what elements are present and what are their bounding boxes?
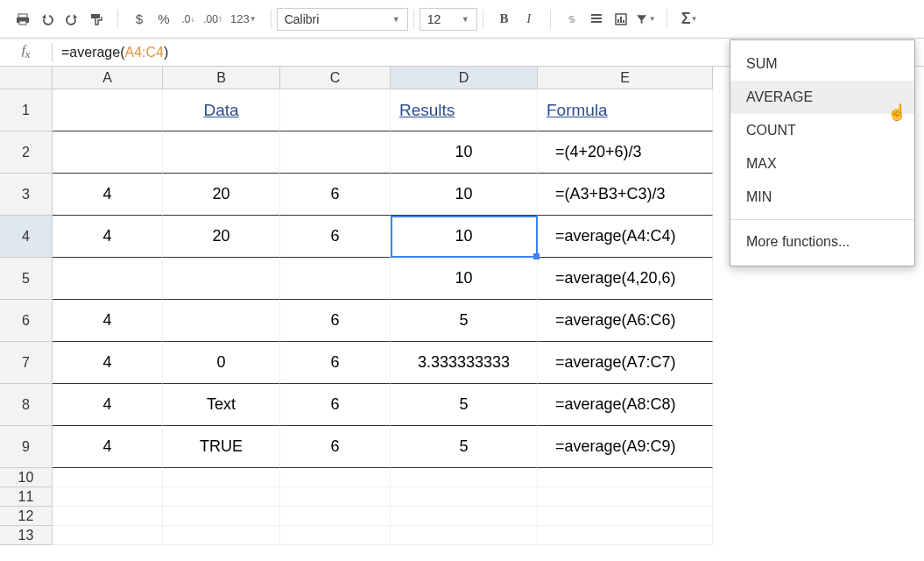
- cell-C6[interactable]: 6: [280, 300, 391, 342]
- paint-format-button[interactable]: [86, 9, 107, 30]
- cell-D12[interactable]: [391, 507, 538, 526]
- cell-A4[interactable]: 4: [53, 216, 163, 258]
- sigma-functions-button[interactable]: Σ ▼: [678, 9, 702, 30]
- cell-C9[interactable]: 6: [280, 426, 391, 468]
- italic-button[interactable]: I: [518, 9, 540, 30]
- column-header-E[interactable]: E: [538, 67, 713, 89]
- cell-A5[interactable]: [53, 258, 163, 300]
- cell-E7[interactable]: =average(A7:C7): [538, 342, 713, 384]
- cell-C4[interactable]: 6: [280, 216, 391, 258]
- cell-B4[interactable]: 20: [163, 216, 280, 258]
- font-size-selector[interactable]: 12 ▼: [420, 8, 477, 31]
- currency-button[interactable]: $: [129, 9, 150, 30]
- cell-C1[interactable]: [280, 89, 391, 131]
- cell-C12[interactable]: [280, 507, 391, 526]
- cell-C8[interactable]: 6: [280, 384, 391, 426]
- cell-B12[interactable]: [163, 507, 280, 526]
- row-header[interactable]: 9: [0, 426, 53, 468]
- percent-button[interactable]: %: [153, 9, 174, 30]
- cell-D13[interactable]: [391, 526, 538, 545]
- cell-C11[interactable]: [280, 487, 391, 507]
- cell-E9[interactable]: =average(A9:C9): [538, 426, 713, 468]
- cell-B1[interactable]: Data: [163, 89, 280, 131]
- cell-C2[interactable]: [280, 131, 391, 174]
- cell-B6[interactable]: [163, 300, 280, 342]
- cell-E11[interactable]: [538, 487, 713, 507]
- cell-E2[interactable]: =(4+20+6)/3: [538, 131, 713, 174]
- bold-button[interactable]: B: [494, 9, 515, 30]
- cell-D8[interactable]: 5: [391, 384, 538, 426]
- cell-C3[interactable]: 6: [280, 174, 391, 216]
- cell-D5[interactable]: 10: [391, 258, 538, 300]
- row-header[interactable]: 10: [0, 468, 53, 487]
- cell-D9[interactable]: 5: [391, 426, 538, 468]
- chart-button[interactable]: [610, 9, 631, 30]
- cell-E4[interactable]: =average(A4:C4): [538, 216, 713, 258]
- row-header[interactable]: 4: [0, 216, 53, 258]
- number-format-button[interactable]: 123 ▼: [227, 9, 260, 30]
- cell-A13[interactable]: [53, 526, 163, 545]
- cell-D11[interactable]: [391, 487, 538, 507]
- cell-B9[interactable]: TRUE: [163, 426, 280, 468]
- row-header[interactable]: 2: [0, 131, 53, 174]
- menu-item-min[interactable]: MIN: [730, 181, 914, 214]
- cell-A6[interactable]: 4: [53, 300, 163, 342]
- undo-button[interactable]: [37, 9, 58, 30]
- cell-A1[interactable]: [53, 89, 163, 131]
- increase-decimal-button[interactable]: .00↑: [202, 9, 223, 30]
- select-all-corner[interactable]: [0, 67, 53, 89]
- cell-E6[interactable]: =average(A6:C6): [538, 300, 713, 342]
- cell-C7[interactable]: 6: [280, 342, 391, 384]
- cell-E12[interactable]: [538, 507, 713, 526]
- cell-C5[interactable]: [280, 258, 391, 300]
- row-header[interactable]: 8: [0, 384, 53, 426]
- cell-A11[interactable]: [53, 487, 163, 507]
- cell-B5[interactable]: [163, 258, 280, 300]
- row-header[interactable]: 7: [0, 342, 53, 384]
- cell-B13[interactable]: [163, 526, 280, 545]
- cell-D7[interactable]: 3.333333333: [391, 342, 538, 384]
- column-header-D[interactable]: D: [391, 67, 538, 89]
- cell-A12[interactable]: [53, 507, 163, 526]
- column-header-B[interactable]: B: [163, 67, 280, 89]
- cell-A3[interactable]: 4: [53, 174, 163, 216]
- cell-E10[interactable]: [538, 468, 713, 487]
- cell-A9[interactable]: 4: [53, 426, 163, 468]
- menu-item-more-functions[interactable]: More functions...: [730, 225, 914, 259]
- link-button[interactable]: [561, 9, 582, 30]
- column-header-C[interactable]: C: [280, 67, 391, 89]
- cell-B8[interactable]: Text: [163, 384, 280, 426]
- cell-B3[interactable]: 20: [163, 174, 280, 216]
- filter-button[interactable]: ▼: [635, 9, 656, 30]
- row-header[interactable]: 11: [0, 487, 53, 507]
- row-header[interactable]: 1: [0, 89, 53, 131]
- column-header-A[interactable]: A: [53, 67, 163, 89]
- cell-B11[interactable]: [163, 487, 280, 507]
- cell-E3[interactable]: =(A3+B3+C3)/3: [538, 174, 713, 216]
- cell-D3[interactable]: 10: [391, 174, 538, 216]
- menu-item-count[interactable]: COUNT: [730, 114, 914, 147]
- redo-button[interactable]: [61, 9, 82, 30]
- cell-C10[interactable]: [280, 468, 391, 487]
- cell-A2[interactable]: [53, 131, 163, 174]
- row-header[interactable]: 6: [0, 300, 53, 342]
- cell-C13[interactable]: [280, 526, 391, 545]
- menu-item-average[interactable]: AVERAGE: [730, 81, 914, 114]
- row-header[interactable]: 12: [0, 507, 53, 526]
- row-header[interactable]: 5: [0, 258, 53, 300]
- row-header[interactable]: 3: [0, 174, 53, 216]
- decrease-decimal-button[interactable]: .0↓: [178, 9, 199, 30]
- cell-D1[interactable]: Results: [391, 89, 538, 131]
- cell-B2[interactable]: [163, 131, 280, 174]
- align-button[interactable]: [586, 9, 607, 30]
- cell-E5[interactable]: =average(4,20,6): [538, 258, 713, 300]
- cell-E1[interactable]: Formula: [538, 89, 713, 131]
- row-header[interactable]: 13: [0, 526, 53, 545]
- cell-B10[interactable]: [163, 468, 280, 487]
- menu-item-max[interactable]: MAX: [730, 147, 914, 181]
- cell-D4[interactable]: 10: [391, 216, 538, 258]
- cell-A10[interactable]: [53, 468, 163, 487]
- font-selector[interactable]: Calibri ▼: [277, 8, 408, 31]
- cell-A8[interactable]: 4: [53, 384, 163, 426]
- cell-D6[interactable]: 5: [391, 300, 538, 342]
